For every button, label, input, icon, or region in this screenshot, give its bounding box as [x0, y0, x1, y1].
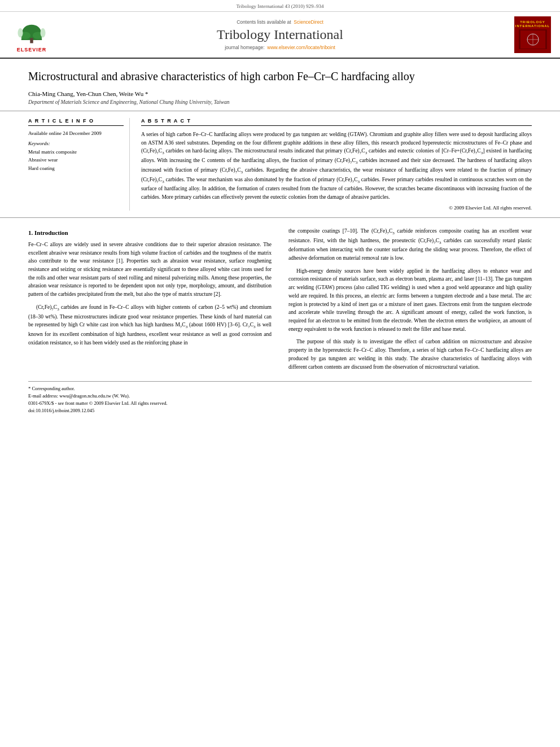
main-body: 1. Introduction Fe–Cr–C alloys are widel…	[0, 218, 560, 382]
body-left-col: 1. Introduction Fe–Cr–C alloys are widel…	[28, 227, 277, 376]
intro-para1: Fe–Cr–C alloys are widely used in severe…	[28, 241, 272, 299]
elsevier-logo: ELSEVIER	[9, 18, 54, 53]
article-authors: Chia-Ming Chang, Yen-Chun Chen, Weite Wu…	[28, 90, 532, 97]
keywords-label: Keywords:	[28, 141, 124, 146]
svg-point-6	[40, 28, 45, 37]
tribology-cover-image	[520, 30, 545, 49]
footnote-corresponding: * Corresponding author.	[28, 385, 532, 392]
sciencedirect-link[interactable]: ScienceDirect	[294, 19, 323, 25]
copyright-line: © 2009 Elsevier Ltd. All rights reserved…	[141, 205, 532, 211]
article-affiliation: Department of Materials Science and Engi…	[28, 99, 532, 105]
available-online: Available online 24 December 2009	[28, 130, 124, 136]
journal-center: Contents lists available at ScienceDirec…	[54, 19, 506, 50]
page-header: Tribology International 43 (2010) 929–93…	[0, 0, 560, 12]
article-info-col: A R T I C L E I N F O Available online 2…	[28, 118, 130, 211]
citation-text: Tribology International 43 (2010) 929–93…	[236, 3, 323, 9]
footnote-doi: doi:10.1016/j.triboint.2009.12.045	[28, 407, 532, 414]
footnote-section: * Corresponding author. E-mail address: …	[28, 381, 532, 417]
elsevier-label: ELSEVIER	[17, 47, 47, 53]
intro-para2: (Cr,Fe)7C3 carbides are found in Fe–Cr–C…	[28, 303, 272, 347]
keyword-1: Metal matrix composite	[28, 148, 124, 156]
article-info-abstract: A R T I C L E I N F O Available online 2…	[0, 111, 560, 218]
elsevier-tree-icon	[15, 18, 49, 46]
svg-rect-4	[30, 38, 33, 43]
body-right-col: the composite coatings [7–10]. The (Cr,F…	[288, 227, 532, 376]
tribology-logo-container: TRIBOLOGY INTERNATIONAL	[506, 16, 551, 53]
footnote-issn: 0301-679X/$ - see front matter © 2009 El…	[28, 400, 532, 407]
svg-point-5	[18, 28, 23, 37]
article-header: Microstructural and abrasive characteris…	[0, 59, 560, 111]
right-para1: the composite coatings [7–10]. The (Cr,F…	[288, 227, 532, 263]
keyword-3: Hard coating	[28, 164, 124, 172]
introduction-heading: 1. Introduction	[28, 229, 272, 236]
article-title: Microstructural and abrasive characteris…	[28, 69, 532, 84]
journal-banner: ELSEVIER Contents lists available at Sci…	[0, 12, 560, 59]
abstract-label: A B S T R A C T	[141, 118, 532, 126]
right-para3: The purpose of this study is to investig…	[288, 338, 532, 371]
journal-homepage: journal homepage: www.elsevier.com/locat…	[60, 45, 500, 50]
sciencedirect-line: Contents lists available at ScienceDirec…	[60, 19, 500, 25]
footnote-email: E-mail address: wwu@dragon.nchu.edu.tw (…	[28, 392, 532, 400]
article-info-label: A R T I C L E I N F O	[28, 118, 124, 126]
abstract-col: A B S T R A C T A series of high carbon …	[141, 118, 532, 211]
tribology-logo-box: TRIBOLOGY INTERNATIONAL	[514, 16, 551, 53]
page-container: Tribology International 43 (2010) 929–93…	[0, 0, 560, 747]
right-para2: High-energy density sources have been wi…	[288, 267, 532, 334]
homepage-url[interactable]: www.elsevier.com/locate/triboint	[267, 45, 335, 50]
keyword-2: Abrasive wear	[28, 156, 124, 164]
journal-title: Tribology International	[60, 27, 500, 42]
abstract-text: A series of high carbon Fe–Cr–C hardfaci…	[141, 130, 532, 202]
